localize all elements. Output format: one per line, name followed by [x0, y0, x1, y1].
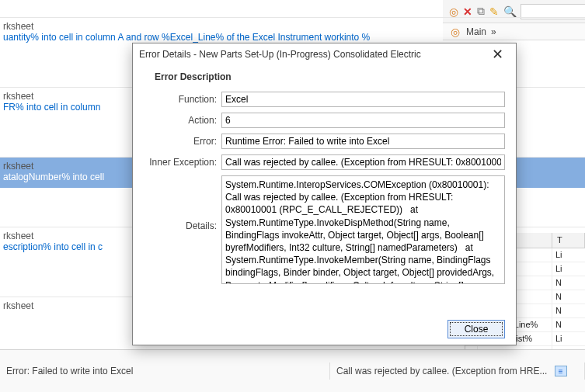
error-details-dialog: Error Details - New Parts Set-Up (In-Pro…	[132, 43, 517, 345]
status-error: Error: Failed to write into Excel	[0, 363, 330, 380]
step-text: uantity% into cell in column A and row %…	[3, 32, 585, 43]
inner-exception-field[interactable]	[221, 154, 505, 170]
variable-type: Li	[552, 332, 583, 345]
step-header: rksheet	[3, 21, 585, 32]
details-field[interactable]	[221, 175, 505, 284]
error-field[interactable]	[221, 134, 505, 149]
label-function: Function:	[144, 92, 217, 105]
duplicate-icon[interactable]: ⧉	[477, 5, 485, 18]
globe-add-icon[interactable]: ◎	[449, 5, 458, 18]
dialog-body: Function: Action: Error: Inner Exception…	[133, 92, 516, 314]
variable-type: Li	[552, 262, 583, 276]
label-details: Details:	[144, 175, 217, 231]
label-inner-exception: Inner Exception:	[144, 154, 217, 168]
dialog-button-row: Close	[133, 314, 516, 345]
dialog-title: Error Details - New Parts Set-Up (In-Pro…	[139, 49, 485, 60]
variable-type: N	[552, 290, 583, 304]
label-action: Action:	[144, 113, 217, 126]
variable-type: N	[552, 318, 583, 331]
close-icon[interactable]: ✕	[485, 47, 510, 62]
status-inner: Call was rejected by callee. (Exception …	[330, 363, 585, 380]
label-error: Error:	[144, 134, 217, 147]
close-button[interactable]: Close	[447, 320, 505, 338]
dialog-titlebar[interactable]: Error Details - New Parts Set-Up (In-Pro…	[133, 43, 516, 65]
function-field[interactable]	[221, 92, 505, 107]
action-field[interactable]	[221, 113, 505, 128]
info-icon[interactable]: ≡	[555, 366, 567, 376]
delete-icon[interactable]: ✕	[463, 5, 472, 18]
status-bar: Error: Failed to write into Excel Call w…	[0, 349, 585, 392]
variable-type: Li	[552, 248, 583, 262]
variable-type: N	[552, 304, 583, 317]
dialog-section-header: Error Description	[133, 65, 516, 92]
search-icon[interactable]: 🔍	[503, 5, 516, 18]
variable-type: N	[552, 276, 583, 290]
edit-icon[interactable]: ✎	[489, 5, 499, 18]
